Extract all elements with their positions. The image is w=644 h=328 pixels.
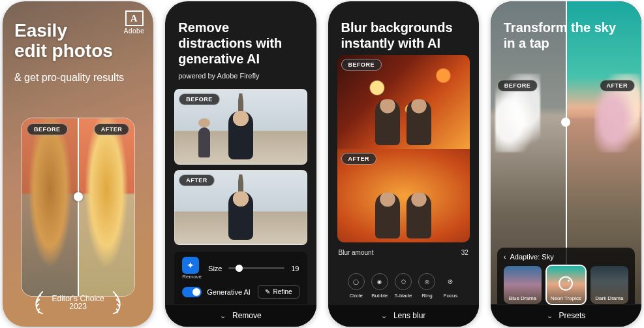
size-label: Size: [208, 265, 222, 272]
bottom-bar[interactable]: ⌄ Remove: [165, 304, 316, 327]
bokeh-circle[interactable]: ◯Circle: [348, 273, 365, 299]
before-badge: BEFORE: [341, 59, 382, 71]
bokeh-bubble[interactable]: ◉Bubble: [371, 273, 388, 299]
pentagon-icon: ⬠: [395, 273, 412, 290]
bubble-icon: ◉: [371, 273, 388, 290]
headline-1: Easilyedit photos: [14, 21, 142, 61]
blur-amount-label: Blur amount: [339, 249, 374, 256]
bottom-label: Presets: [559, 311, 586, 320]
blur-amount-value: 32: [461, 249, 468, 256]
slider-handle[interactable]: [561, 118, 570, 127]
screenshot-4: Transform the sky in a tap BEFORE AFTER …: [491, 1, 641, 327]
remove-controls: ✦ Remove Size 19 Generative AI ✎ Refine: [174, 252, 307, 304]
bokeh-options: ◯Circle ◉Bubble ⬠5-blade ◎Ring ⦿Focus: [328, 271, 479, 304]
focus-icon: ⦿: [442, 273, 459, 290]
before-image: BEFORE: [337, 55, 470, 149]
subheadline-1: & get pro-quality results: [14, 72, 124, 84]
screenshot-2: Remove distractions with generative AI p…: [165, 1, 316, 327]
blur-slider[interactable]: [328, 260, 479, 271]
after-badge: AFTER: [600, 80, 636, 91]
blur-controls: Blur amount 32 ◯Circle ◉Bubble ⬠5-blade …: [328, 242, 479, 304]
after-badge: AFTER: [341, 153, 377, 165]
laurel-right-icon: [110, 290, 123, 315]
remove-chip-label: Remove: [182, 274, 202, 280]
size-slider[interactable]: [228, 267, 284, 269]
pencil-icon: ✎: [265, 288, 270, 295]
bottom-label: Lens blur: [393, 311, 425, 320]
size-value: 19: [291, 265, 299, 272]
preset-neon-tropics[interactable]: Neon Tropics: [547, 266, 585, 304]
laurel-left-icon: [33, 290, 46, 315]
bokeh-focus[interactable]: ⦿Focus: [442, 273, 459, 299]
bottom-bar[interactable]: ⌄ Lens blur: [328, 304, 479, 327]
before-badge: BEFORE: [497, 80, 538, 91]
generative-ai-label: Generative AI: [207, 288, 251, 296]
before-badge: BEFORE: [179, 93, 220, 105]
after-badge: AFTER: [94, 123, 130, 135]
headline-3: Blur backgrounds instantly with AI: [328, 1, 479, 55]
circle-icon: ◯: [348, 273, 365, 290]
before-image: BEFORE: [174, 89, 307, 165]
screenshot-1: A Adobe Easilyedit photos & get pro-qual…: [3, 1, 153, 327]
preset-breadcrumb[interactable]: ‹ Adaptive: Sky: [504, 253, 628, 261]
award-year: 2023: [52, 302, 104, 311]
remove-tool-icon[interactable]: ✦: [182, 257, 199, 274]
headline-2: Remove distractions with generative AI: [165, 1, 316, 71]
subheadline-2: powered by Adobe Firefly: [165, 71, 316, 89]
after-badge: AFTER: [179, 174, 215, 186]
bottom-label: Remove: [232, 311, 262, 320]
compare-slider[interactable]: BEFORE AFTER: [21, 118, 135, 297]
after-image: AFTER: [337, 149, 470, 243]
ring-icon: ◎: [418, 273, 435, 290]
generative-ai-toggle[interactable]: [182, 287, 202, 297]
presets-panel: ‹ Adaptive: Sky Blue Drama Neon Tropics …: [497, 248, 635, 304]
screenshot-3: Blur backgrounds instantly with AI BEFOR…: [328, 1, 479, 327]
chevron-down-icon: ⌄: [381, 312, 387, 320]
preset-dark-drama[interactable]: Dark Drama: [590, 266, 628, 304]
bokeh-5blade[interactable]: ⬠5-blade: [395, 273, 412, 299]
preset-blue-drama[interactable]: Blue Drama: [504, 266, 542, 304]
bokeh-ring[interactable]: ◎Ring: [418, 273, 435, 299]
before-badge: BEFORE: [27, 123, 68, 135]
bottom-bar[interactable]: ⌄ Presets: [491, 304, 641, 327]
chevron-down-icon: ⌄: [220, 312, 226, 320]
refine-button[interactable]: ✎ Refine: [258, 285, 299, 299]
headline-4: Transform the sky in a tap: [491, 1, 641, 55]
chevron-down-icon: ⌄: [547, 312, 553, 320]
award-badge: Editor's Choice 2023: [26, 290, 130, 315]
after-image: AFTER: [174, 170, 307, 246]
slider-handle[interactable]: [74, 192, 83, 201]
chevron-left-icon: ‹: [504, 253, 506, 261]
